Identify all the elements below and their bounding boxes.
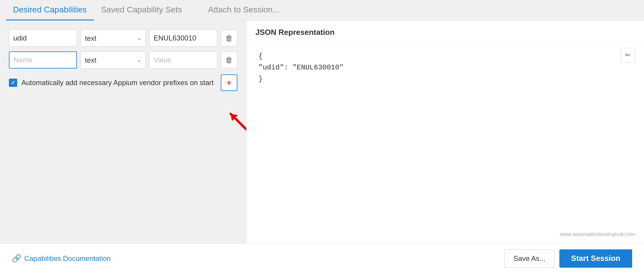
capability-value-input-2[interactable] [149, 51, 217, 69]
checkmark-icon: ✓ [11, 79, 15, 86]
save-as-button[interactable]: Save As... [504, 249, 555, 268]
plus-icon: + [226, 78, 232, 88]
left-panel: text boolean number object json ⌄ 🗑 text… [0, 21, 246, 243]
link-icon: 🔗 [12, 254, 21, 263]
capability-row-1: text boolean number object json ⌄ 🗑 [9, 30, 237, 47]
capabilities-doc-label: Capabilities Documentation [24, 254, 111, 263]
capability-name-input-2[interactable] [9, 51, 77, 69]
json-edit-button[interactable]: ✏ [620, 48, 635, 63]
tab-separator [189, 0, 201, 20]
tab-saved-capability-sets[interactable]: Saved Capability Sets [94, 0, 189, 20]
tab-bar: Desired Capabilities Saved Capability Se… [0, 0, 644, 21]
capability-name-input-1[interactable] [9, 30, 77, 47]
json-line-1: { [258, 51, 632, 62]
json-line-2: "udid": "ENUL630010" [258, 62, 632, 73]
bottom-actions: Save As... Start Session [504, 249, 632, 268]
edit-icon: ✏ [625, 51, 630, 59]
type-select-2[interactable]: text boolean number object json [80, 51, 146, 69]
tab-attach-to-session[interactable]: Attach to Session... [201, 0, 286, 20]
capability-row-2: text boolean number object json ⌄ 🗑 [9, 51, 237, 69]
auto-prefix-checkbox[interactable]: ✓ [9, 79, 17, 87]
capabilities-documentation-link[interactable]: 🔗 Capabilities Documentation [12, 254, 111, 263]
bottom-bar: 🔗 Capabilities Documentation Save As... … [0, 243, 644, 273]
save-as-label: Save As... [513, 254, 545, 262]
tab-desired-capabilities[interactable]: Desired Capabilities [6, 0, 94, 20]
right-panel: JSON Representation { "udid": "ENUL63001… [246, 21, 644, 243]
svg-line-0 [231, 114, 247, 131]
delete-capability-button-1[interactable]: 🗑 [221, 30, 237, 46]
type-select-1[interactable]: text boolean number object json [80, 30, 146, 47]
json-line-3: } [258, 74, 632, 85]
main-content: text boolean number object json ⌄ 🗑 text… [0, 21, 644, 243]
svg-marker-1 [228, 111, 238, 121]
type-select-wrapper-2: text boolean number object json ⌄ [80, 51, 146, 69]
auto-prefix-label: Automatically add necessary Appium vendo… [21, 79, 214, 87]
trash-icon-2: 🗑 [225, 56, 233, 65]
delete-capability-button-2[interactable]: 🗑 [221, 52, 237, 68]
start-session-button[interactable]: Start Session [559, 249, 632, 268]
capability-value-input-1[interactable] [149, 30, 217, 47]
type-select-wrapper-1: text boolean number object json ⌄ [80, 30, 146, 47]
add-capability-button[interactable]: + [221, 74, 237, 91]
tab-attach-to-session-label: Attach to Session... [208, 5, 279, 14]
tab-saved-capability-sets-label: Saved Capability Sets [101, 5, 182, 14]
json-representation-title: JSON Representation [247, 21, 644, 42]
watermark: www.automationtestinghub.com [560, 231, 635, 238]
trash-icon-1: 🗑 [225, 34, 233, 43]
json-body: { "udid": "ENUL630010" } ✏ [247, 42, 644, 243]
auto-prefix-row: ✓ Automatically add necessary Appium ven… [9, 74, 237, 91]
tab-desired-capabilities-label: Desired Capabilities [13, 5, 87, 14]
start-session-label: Start Session [571, 254, 620, 263]
